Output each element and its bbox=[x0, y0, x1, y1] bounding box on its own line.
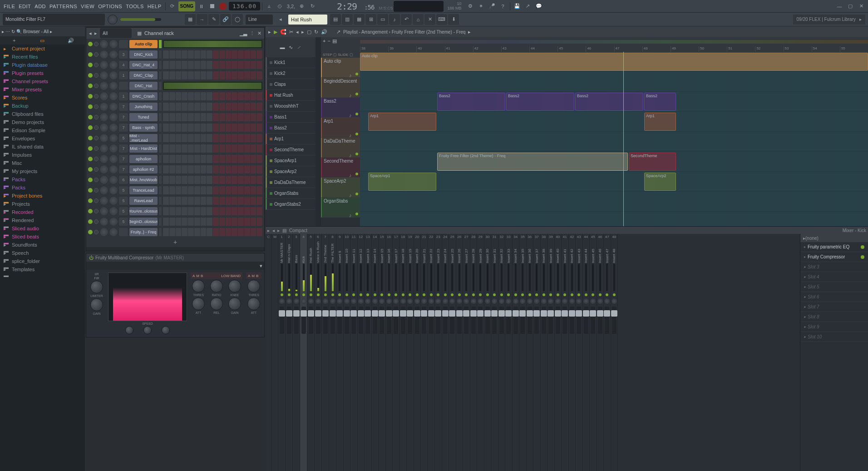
channel-select[interactable] bbox=[159, 176, 162, 184]
strip-led[interactable] bbox=[514, 293, 517, 296]
tempo-display[interactable]: 136.00 bbox=[229, 2, 260, 10]
undo-icon[interactable]: ↶ bbox=[401, 14, 412, 25]
save-icon[interactable]: 💾 bbox=[512, 1, 522, 11]
close-all-icon[interactable]: ✕ bbox=[424, 14, 435, 25]
step[interactable] bbox=[194, 155, 200, 163]
strip-led[interactable] bbox=[521, 293, 524, 296]
channel-led[interactable] bbox=[88, 188, 93, 193]
mixer-strip[interactable]: 11Insert 11 bbox=[350, 234, 358, 471]
step[interactable] bbox=[238, 165, 244, 174]
clip-preview[interactable]: Arp1♪ bbox=[321, 118, 360, 138]
channel-name[interactable]: Mist..hnoWoob bbox=[129, 176, 158, 184]
strip-fader[interactable] bbox=[415, 307, 419, 334]
channel-select[interactable] bbox=[159, 71, 162, 79]
graph-icon[interactable]: ▁▃ bbox=[240, 30, 247, 36]
track-handles[interactable] bbox=[316, 37, 321, 226]
channel-name[interactable]: Mist - HardDist bbox=[129, 144, 158, 153]
step[interactable] bbox=[256, 124, 262, 132]
mixer-strip[interactable]: 31Insert 31 bbox=[491, 234, 498, 471]
pattern-selector[interactable]: Hat Rush bbox=[288, 15, 327, 25]
mixer-strip[interactable]: 37Insert 37 bbox=[533, 234, 541, 471]
channel-led[interactable] bbox=[88, 209, 93, 213]
channel-led[interactable] bbox=[88, 104, 93, 109]
step[interactable] bbox=[244, 207, 250, 215]
tab-audio[interactable]: 🔊 bbox=[57, 36, 85, 45]
browser-item[interactable]: ▸ ▬Edison Sample bbox=[0, 126, 85, 134]
strip-fader[interactable] bbox=[471, 307, 476, 334]
low-ratio-knob[interactable] bbox=[210, 280, 223, 293]
channel-vol[interactable] bbox=[109, 92, 118, 100]
song-mode-button[interactable]: SONG bbox=[178, 1, 195, 11]
step[interactable] bbox=[188, 71, 194, 79]
dropdown-icon[interactable]: ▸ bbox=[50, 29, 52, 34]
step[interactable] bbox=[201, 71, 207, 79]
channel-pan[interactable] bbox=[100, 207, 108, 215]
playlist-track[interactable]: Kick2 bbox=[266, 68, 316, 79]
step[interactable] bbox=[176, 155, 182, 163]
step[interactable] bbox=[213, 155, 219, 163]
channel-select[interactable] bbox=[159, 186, 162, 194]
browser-item[interactable]: ▸ ▬Soundfonts bbox=[0, 241, 85, 249]
strip-pan[interactable] bbox=[421, 298, 427, 304]
pause-button[interactable]: ⏸ bbox=[196, 1, 206, 11]
channel-led[interactable] bbox=[88, 42, 93, 46]
tab-files[interactable]: ▭ bbox=[28, 36, 56, 45]
channel-route[interactable]: 7 bbox=[119, 113, 128, 121]
menu-file[interactable]: FILE bbox=[2, 3, 17, 10]
step[interactable] bbox=[169, 103, 175, 111]
strip-fader[interactable] bbox=[380, 307, 384, 334]
mixer-strip[interactable]: 3Bass bbox=[293, 234, 300, 471]
strip-fader[interactable] bbox=[492, 307, 497, 334]
menu-help[interactable]: HELP bbox=[146, 3, 163, 10]
strip-fader[interactable] bbox=[365, 307, 370, 334]
strip-pan[interactable] bbox=[443, 298, 448, 304]
step[interactable] bbox=[213, 197, 219, 205]
channel-led[interactable] bbox=[88, 94, 93, 99]
step[interactable] bbox=[188, 92, 194, 100]
step[interactable] bbox=[238, 207, 244, 215]
step[interactable] bbox=[188, 103, 194, 111]
strip-led[interactable] bbox=[360, 293, 362, 296]
step[interactable] bbox=[182, 103, 187, 111]
playlist-track[interactable]: Kick1 bbox=[266, 57, 316, 68]
ruler-tick[interactable]: 44 bbox=[529, 46, 557, 52]
step[interactable] bbox=[182, 124, 187, 132]
step[interactable] bbox=[176, 92, 182, 100]
playlist-icon[interactable]: ▦ bbox=[185, 14, 196, 25]
mixer-strip[interactable]: 25Insert 25 bbox=[449, 234, 456, 471]
channel-select[interactable] bbox=[159, 218, 162, 226]
browser-item[interactable]: ▸ ▬splice_folder bbox=[0, 257, 85, 265]
step[interactable] bbox=[256, 155, 262, 163]
strip-led[interactable] bbox=[302, 293, 305, 296]
step[interactable] bbox=[182, 218, 187, 226]
step[interactable] bbox=[169, 92, 175, 100]
step[interactable] bbox=[163, 176, 169, 184]
strip-led[interactable] bbox=[437, 293, 439, 296]
step[interactable] bbox=[207, 186, 212, 194]
mixer-strip[interactable]: 36Insert 36 bbox=[527, 234, 534, 471]
strip-fader[interactable] bbox=[422, 307, 426, 334]
channel-vol[interactable] bbox=[109, 113, 118, 121]
channel-route[interactable] bbox=[119, 228, 128, 236]
step[interactable] bbox=[226, 218, 232, 226]
channel-name[interactable]: Mist - ..merLead bbox=[129, 134, 158, 142]
strip-pan[interactable] bbox=[301, 298, 306, 304]
step[interactable] bbox=[256, 228, 262, 236]
strip-pan[interactable] bbox=[316, 298, 321, 304]
ruler-tick[interactable]: 52 bbox=[755, 46, 783, 52]
channel-row[interactable]: 7Tuned bbox=[86, 112, 264, 122]
pl-tool4-icon[interactable]: ↻ bbox=[314, 29, 318, 35]
step[interactable] bbox=[232, 134, 237, 142]
strip-fader[interactable] bbox=[520, 307, 525, 334]
step[interactable] bbox=[194, 50, 200, 59]
channel-vol[interactable] bbox=[109, 82, 118, 90]
step[interactable] bbox=[244, 71, 250, 79]
step[interactable] bbox=[219, 228, 225, 236]
mixer-fwd-icon[interactable]: ▸ bbox=[277, 228, 280, 233]
channel-route[interactable] bbox=[119, 82, 128, 90]
strip-led[interactable] bbox=[479, 293, 482, 296]
strip-pan[interactable] bbox=[612, 298, 617, 304]
clip-del-icon[interactable]: − bbox=[327, 38, 330, 44]
step[interactable] bbox=[163, 92, 169, 100]
freq-knob-1[interactable] bbox=[125, 326, 133, 334]
